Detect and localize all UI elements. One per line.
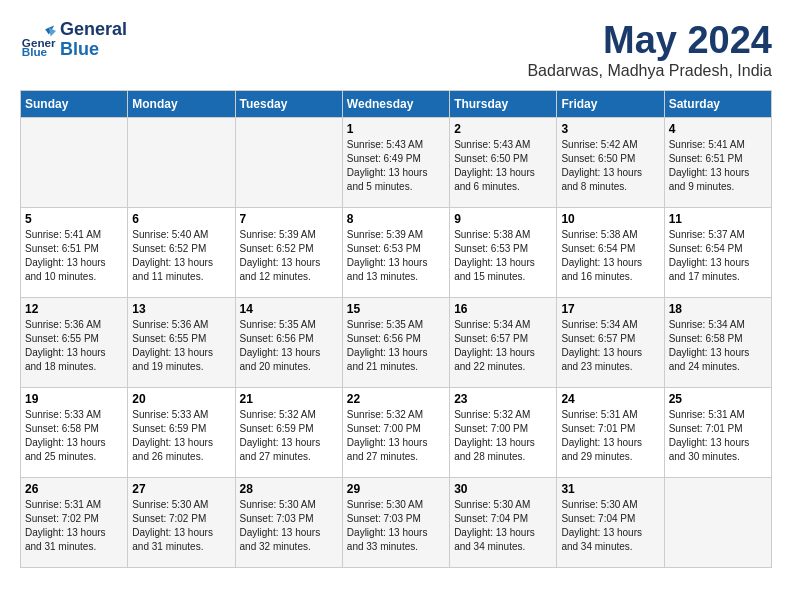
calendar-cell: 1Sunrise: 5:43 AMSunset: 6:49 PMDaylight…: [342, 117, 449, 207]
weekday-header: Friday: [557, 90, 664, 117]
calendar-cell: 20Sunrise: 5:33 AMSunset: 6:59 PMDayligh…: [128, 387, 235, 477]
day-info: Sunrise: 5:34 AMSunset: 6:57 PMDaylight:…: [454, 318, 552, 374]
day-info: Sunrise: 5:39 AMSunset: 6:52 PMDaylight:…: [240, 228, 338, 284]
day-info: Sunrise: 5:30 AMSunset: 7:04 PMDaylight:…: [561, 498, 659, 554]
calendar-cell: [664, 477, 771, 567]
calendar-cell: 5Sunrise: 5:41 AMSunset: 6:51 PMDaylight…: [21, 207, 128, 297]
day-info: Sunrise: 5:38 AMSunset: 6:54 PMDaylight:…: [561, 228, 659, 284]
day-number: 20: [132, 392, 230, 406]
calendar-cell: 13Sunrise: 5:36 AMSunset: 6:55 PMDayligh…: [128, 297, 235, 387]
calendar-week-row: 26Sunrise: 5:31 AMSunset: 7:02 PMDayligh…: [21, 477, 772, 567]
calendar-cell: 9Sunrise: 5:38 AMSunset: 6:53 PMDaylight…: [450, 207, 557, 297]
day-number: 29: [347, 482, 445, 496]
day-info: Sunrise: 5:34 AMSunset: 6:57 PMDaylight:…: [561, 318, 659, 374]
calendar-cell: 26Sunrise: 5:31 AMSunset: 7:02 PMDayligh…: [21, 477, 128, 567]
calendar-cell: 12Sunrise: 5:36 AMSunset: 6:55 PMDayligh…: [21, 297, 128, 387]
day-info: Sunrise: 5:39 AMSunset: 6:53 PMDaylight:…: [347, 228, 445, 284]
calendar-cell: 21Sunrise: 5:32 AMSunset: 6:59 PMDayligh…: [235, 387, 342, 477]
day-number: 8: [347, 212, 445, 226]
day-info: Sunrise: 5:32 AMSunset: 7:00 PMDaylight:…: [454, 408, 552, 464]
calendar-cell: 29Sunrise: 5:30 AMSunset: 7:03 PMDayligh…: [342, 477, 449, 567]
day-info: Sunrise: 5:33 AMSunset: 6:58 PMDaylight:…: [25, 408, 123, 464]
svg-text:Blue: Blue: [22, 45, 48, 58]
logo-text-blue: Blue: [60, 40, 127, 60]
page-header: General Blue General Blue May 2024 Badar…: [20, 20, 772, 80]
weekday-header: Saturday: [664, 90, 771, 117]
day-info: Sunrise: 5:31 AMSunset: 7:02 PMDaylight:…: [25, 498, 123, 554]
day-info: Sunrise: 5:33 AMSunset: 6:59 PMDaylight:…: [132, 408, 230, 464]
calendar-cell: 25Sunrise: 5:31 AMSunset: 7:01 PMDayligh…: [664, 387, 771, 477]
calendar-cell: 30Sunrise: 5:30 AMSunset: 7:04 PMDayligh…: [450, 477, 557, 567]
logo: General Blue General Blue: [20, 20, 127, 60]
day-info: Sunrise: 5:43 AMSunset: 6:50 PMDaylight:…: [454, 138, 552, 194]
day-number: 14: [240, 302, 338, 316]
day-number: 19: [25, 392, 123, 406]
calendar-cell: 15Sunrise: 5:35 AMSunset: 6:56 PMDayligh…: [342, 297, 449, 387]
day-info: Sunrise: 5:32 AMSunset: 7:00 PMDaylight:…: [347, 408, 445, 464]
calendar-cell: 31Sunrise: 5:30 AMSunset: 7:04 PMDayligh…: [557, 477, 664, 567]
calendar-cell: 14Sunrise: 5:35 AMSunset: 6:56 PMDayligh…: [235, 297, 342, 387]
calendar-table: SundayMondayTuesdayWednesdayThursdayFrid…: [20, 90, 772, 568]
location-subtitle: Badarwas, Madhya Pradesh, India: [527, 62, 772, 80]
day-info: Sunrise: 5:41 AMSunset: 6:51 PMDaylight:…: [669, 138, 767, 194]
day-info: Sunrise: 5:34 AMSunset: 6:58 PMDaylight:…: [669, 318, 767, 374]
day-info: Sunrise: 5:37 AMSunset: 6:54 PMDaylight:…: [669, 228, 767, 284]
weekday-header: Wednesday: [342, 90, 449, 117]
day-info: Sunrise: 5:38 AMSunset: 6:53 PMDaylight:…: [454, 228, 552, 284]
day-number: 31: [561, 482, 659, 496]
day-info: Sunrise: 5:30 AMSunset: 7:02 PMDaylight:…: [132, 498, 230, 554]
logo-icon: General Blue: [20, 22, 56, 58]
day-number: 10: [561, 212, 659, 226]
day-number: 27: [132, 482, 230, 496]
day-number: 16: [454, 302, 552, 316]
day-number: 1: [347, 122, 445, 136]
title-block: May 2024 Badarwas, Madhya Pradesh, India: [527, 20, 772, 80]
calendar-cell: 18Sunrise: 5:34 AMSunset: 6:58 PMDayligh…: [664, 297, 771, 387]
day-number: 12: [25, 302, 123, 316]
day-number: 15: [347, 302, 445, 316]
calendar-cell: 7Sunrise: 5:39 AMSunset: 6:52 PMDaylight…: [235, 207, 342, 297]
calendar-cell: 19Sunrise: 5:33 AMSunset: 6:58 PMDayligh…: [21, 387, 128, 477]
calendar-cell: 17Sunrise: 5:34 AMSunset: 6:57 PMDayligh…: [557, 297, 664, 387]
day-info: Sunrise: 5:31 AMSunset: 7:01 PMDaylight:…: [561, 408, 659, 464]
day-info: Sunrise: 5:42 AMSunset: 6:50 PMDaylight:…: [561, 138, 659, 194]
day-number: 30: [454, 482, 552, 496]
day-number: 22: [347, 392, 445, 406]
day-number: 23: [454, 392, 552, 406]
weekday-header: Thursday: [450, 90, 557, 117]
weekday-header: Monday: [128, 90, 235, 117]
calendar-cell: 22Sunrise: 5:32 AMSunset: 7:00 PMDayligh…: [342, 387, 449, 477]
calendar-week-row: 1Sunrise: 5:43 AMSunset: 6:49 PMDaylight…: [21, 117, 772, 207]
calendar-cell: 2Sunrise: 5:43 AMSunset: 6:50 PMDaylight…: [450, 117, 557, 207]
day-info: Sunrise: 5:30 AMSunset: 7:03 PMDaylight:…: [240, 498, 338, 554]
day-number: 2: [454, 122, 552, 136]
calendar-cell: [235, 117, 342, 207]
calendar-cell: 4Sunrise: 5:41 AMSunset: 6:51 PMDaylight…: [664, 117, 771, 207]
day-info: Sunrise: 5:36 AMSunset: 6:55 PMDaylight:…: [132, 318, 230, 374]
day-number: 13: [132, 302, 230, 316]
svg-marker-3: [49, 27, 56, 36]
day-number: 11: [669, 212, 767, 226]
day-number: 26: [25, 482, 123, 496]
day-number: 4: [669, 122, 767, 136]
day-number: 6: [132, 212, 230, 226]
day-number: 9: [454, 212, 552, 226]
day-number: 21: [240, 392, 338, 406]
calendar-cell: 6Sunrise: 5:40 AMSunset: 6:52 PMDaylight…: [128, 207, 235, 297]
day-info: Sunrise: 5:36 AMSunset: 6:55 PMDaylight:…: [25, 318, 123, 374]
day-info: Sunrise: 5:30 AMSunset: 7:03 PMDaylight:…: [347, 498, 445, 554]
weekday-header: Sunday: [21, 90, 128, 117]
calendar-cell: 28Sunrise: 5:30 AMSunset: 7:03 PMDayligh…: [235, 477, 342, 567]
calendar-cell: [128, 117, 235, 207]
calendar-cell: 23Sunrise: 5:32 AMSunset: 7:00 PMDayligh…: [450, 387, 557, 477]
calendar-cell: 10Sunrise: 5:38 AMSunset: 6:54 PMDayligh…: [557, 207, 664, 297]
day-number: 17: [561, 302, 659, 316]
weekday-header: Tuesday: [235, 90, 342, 117]
day-number: 28: [240, 482, 338, 496]
calendar-week-row: 5Sunrise: 5:41 AMSunset: 6:51 PMDaylight…: [21, 207, 772, 297]
logo-text-general: General: [60, 20, 127, 40]
day-info: Sunrise: 5:43 AMSunset: 6:49 PMDaylight:…: [347, 138, 445, 194]
day-number: 18: [669, 302, 767, 316]
day-number: 3: [561, 122, 659, 136]
month-title: May 2024: [527, 20, 772, 62]
